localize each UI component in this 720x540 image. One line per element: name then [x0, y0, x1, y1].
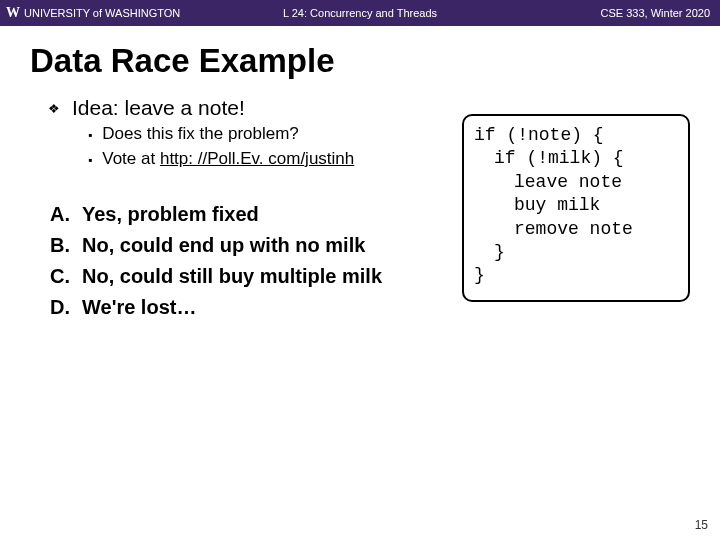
page-number: 15	[695, 518, 708, 532]
slide-title: Data Race Example	[0, 26, 720, 90]
square-bullet-icon: ▪	[88, 127, 92, 144]
course-label: CSE 333, Winter 2020	[601, 7, 710, 19]
code-line: if (!milk) {	[474, 147, 678, 170]
answer-letter: B.	[50, 230, 72, 261]
answer-letter: A.	[50, 199, 72, 230]
code-line: }	[474, 241, 678, 264]
answer-letter: D.	[50, 292, 72, 323]
code-line: leave note	[474, 171, 678, 194]
answer-text: No, could end up with no milk	[82, 230, 365, 261]
code-box: if (!note) { if (!milk) { leave note buy…	[462, 114, 690, 302]
idea-text: Idea: leave a note!	[72, 96, 245, 120]
code-line: if (!note) {	[474, 124, 678, 147]
code-line: remove note	[474, 218, 678, 241]
logo-text: UNIVERSITY of WASHINGTON	[24, 7, 180, 19]
header-bar: W UNIVERSITY of WASHINGTON L 24: Concurr…	[0, 0, 720, 26]
diamond-bullet-icon: ❖	[48, 101, 60, 116]
answer-text: No, could still buy multiple milk	[82, 261, 382, 292]
poll-link[interactable]: http: //Poll.Ev. com/justinh	[160, 149, 354, 168]
sub-text: Does this fix the problem?	[102, 122, 299, 147]
sub-text: Vote at http: //Poll.Ev. com/justinh	[102, 147, 354, 172]
answer-text: Yes, problem fixed	[82, 199, 259, 230]
lecture-title: L 24: Concurrency and Threads	[283, 7, 437, 19]
answer-text: We're lost…	[82, 292, 196, 323]
logo-w-icon: W	[6, 5, 20, 21]
code-line: }	[474, 264, 678, 287]
square-bullet-icon: ▪	[88, 152, 92, 169]
answer-letter: C.	[50, 261, 72, 292]
code-line: buy milk	[474, 194, 678, 217]
uw-logo: W UNIVERSITY of WASHINGTON	[0, 5, 180, 21]
